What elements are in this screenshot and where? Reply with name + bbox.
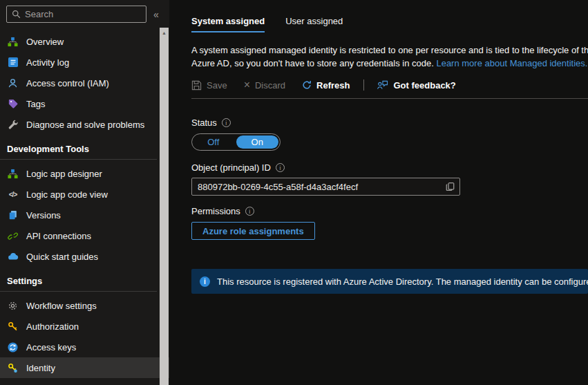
- object-id-label: Object (principal) ID: [191, 162, 271, 173]
- tag-icon: [7, 98, 19, 110]
- description-line2: Azure AD, so you don't have to store any…: [191, 57, 588, 70]
- sidebar-item-label: Workflow settings: [26, 301, 97, 311]
- info-banner-text: This resource is registered with Azure A…: [217, 276, 588, 287]
- sidebar-item-versions[interactable]: Versions: [0, 205, 169, 225]
- sidebar-item-label: Activity log: [26, 57, 69, 68]
- overview-icon: [7, 36, 19, 48]
- sidebar-section-development-tools: Development Tools: [0, 135, 157, 160]
- tab-user-assigned[interactable]: User assigned: [285, 16, 343, 32]
- designer-icon: [7, 168, 19, 180]
- sidebar-item-access-control[interactable]: Access control (IAM): [0, 73, 169, 93]
- azure-role-assignments-button[interactable]: Azure role assignments: [191, 222, 315, 240]
- main-panel: System assigned User assigned A system a…: [169, 0, 588, 385]
- object-id-info-icon[interactable]: i: [276, 163, 285, 172]
- identity-key-icon: [7, 362, 19, 374]
- sidebar-section-settings: Settings: [0, 267, 157, 292]
- learn-more-link[interactable]: Learn more about Managed identities.: [436, 58, 587, 68]
- access-keys-icon: [7, 341, 19, 353]
- permissions-label: Permissions: [191, 206, 240, 216]
- save-button[interactable]: Save: [191, 80, 227, 91]
- feedback-icon: [377, 80, 388, 90]
- description-text: A system assigned managed identity is re…: [191, 44, 588, 70]
- refresh-icon: [302, 80, 312, 90]
- sidebar-item-label: Overview: [26, 37, 64, 47]
- collapse-sidebar-icon[interactable]: «: [153, 9, 159, 20]
- status-section: Status i Off On: [191, 118, 588, 151]
- api-connections-icon: [7, 230, 19, 242]
- object-id-field[interactable]: 880972bb-0269-4c55-a58f-d4a3acf4fecf: [191, 178, 460, 196]
- identity-tabs: System assigned User assigned: [169, 0, 588, 32]
- sidebar-item-label: Identity: [26, 363, 55, 373]
- sidebar-item-label: Logic app designer: [26, 169, 102, 179]
- sidebar-item-label: Versions: [26, 210, 61, 220]
- scroll-up-icon[interactable]: ▲: [162, 30, 167, 385]
- wrench-icon: [7, 119, 19, 131]
- toolbar-container: Save × Discard Refresh Got feedback?: [191, 70, 588, 99]
- sidebar-scrollbar[interactable]: ▲: [160, 28, 169, 385]
- versions-icon: [7, 209, 19, 221]
- sidebar-item-diagnose[interactable]: Diagnose and solve problems: [0, 114, 169, 135]
- copy-icon[interactable]: [440, 182, 459, 191]
- activity-log-icon: [7, 57, 19, 68]
- permissions-label-row: Permissions i: [191, 206, 588, 216]
- sidebar-item-label: Quick start guides: [26, 252, 98, 262]
- sidebar-item-label: Tags: [26, 99, 45, 109]
- save-label: Save: [207, 80, 227, 91]
- permissions-section: Permissions i Azure role assignments: [191, 206, 588, 240]
- sidebar-search-row: «: [0, 0, 169, 26]
- description-line1: A system assigned managed identity is re…: [191, 44, 588, 57]
- sidebar-item-identity[interactable]: Identity: [0, 357, 169, 378]
- sidebar-item-label: Diagnose and solve problems: [26, 120, 144, 130]
- sidebar-item-label: Access keys: [26, 342, 76, 353]
- info-banner-icon: i: [200, 276, 210, 287]
- sidebar-item-logic-app-code-view[interactable]: </> Logic app code view: [0, 184, 169, 205]
- code-icon: </>: [7, 189, 19, 200]
- status-toggle[interactable]: Off On: [191, 133, 281, 151]
- toggle-on-option[interactable]: On: [236, 135, 279, 149]
- save-icon: [191, 80, 202, 91]
- refresh-label: Refresh: [316, 80, 350, 91]
- toolbar: Save × Discard Refresh Got feedback?: [191, 79, 588, 91]
- sidebar-item-logic-app-designer[interactable]: Logic app designer: [0, 163, 169, 184]
- toolbar-separator: [363, 79, 364, 91]
- status-label: Status: [191, 118, 217, 128]
- sidebar-item-authorization[interactable]: Authorization: [0, 316, 169, 337]
- status-label-row: Status i: [191, 118, 588, 128]
- search-input[interactable]: [25, 9, 146, 19]
- permissions-info-icon[interactable]: i: [245, 207, 254, 216]
- search-box[interactable]: [6, 6, 146, 23]
- gear-icon: [7, 300, 19, 312]
- refresh-button[interactable]: Refresh: [302, 80, 350, 91]
- sidebar-item-api-connections[interactable]: API connections: [0, 225, 169, 246]
- sidebar: « Overview Activity log Access control (…: [0, 0, 169, 385]
- description-line2-text: Azure AD, so you don't have to store any…: [191, 58, 436, 68]
- tab-system-assigned[interactable]: System assigned: [191, 16, 265, 32]
- info-banner: i This resource is registered with Azure…: [191, 269, 588, 294]
- got-feedback-button[interactable]: Got feedback?: [377, 80, 455, 91]
- sidebar-item-access-keys[interactable]: Access keys: [0, 337, 169, 357]
- sidebar-item-activity-log[interactable]: Activity log: [0, 52, 169, 73]
- sidebar-item-label: Access control (IAM): [26, 78, 109, 88]
- object-id-section: Object (principal) ID i 880972bb-0269-4c…: [191, 162, 588, 196]
- sidebar-item-overview[interactable]: Overview: [0, 31, 169, 52]
- status-info-icon[interactable]: i: [222, 118, 231, 127]
- search-icon: [12, 10, 21, 19]
- sidebar-item-label: Authorization: [26, 321, 79, 332]
- sidebar-item-quick-start-guides[interactable]: Quick start guides: [0, 246, 169, 267]
- access-control-icon: [7, 77, 19, 89]
- feedback-label: Got feedback?: [393, 80, 455, 91]
- discard-button[interactable]: × Discard: [244, 80, 285, 91]
- sidebar-item-tags[interactable]: Tags: [0, 93, 169, 114]
- object-id-value: 880972bb-0269-4c55-a58f-d4a3acf4fecf: [192, 182, 440, 192]
- sidebar-item-label: Logic app code view: [26, 189, 108, 200]
- sidebar-item-label: API connections: [26, 231, 91, 241]
- sidebar-nav: Overview Activity log Access control (IA…: [0, 26, 169, 378]
- discard-label: Discard: [255, 80, 285, 91]
- discard-x-icon: ×: [244, 81, 250, 89]
- key-icon: [7, 321, 19, 332]
- object-id-label-row: Object (principal) ID i: [191, 162, 588, 173]
- toggle-off-option[interactable]: Off: [192, 134, 235, 150]
- cloud-icon: [7, 251, 19, 263]
- sidebar-item-workflow-settings[interactable]: Workflow settings: [0, 295, 169, 316]
